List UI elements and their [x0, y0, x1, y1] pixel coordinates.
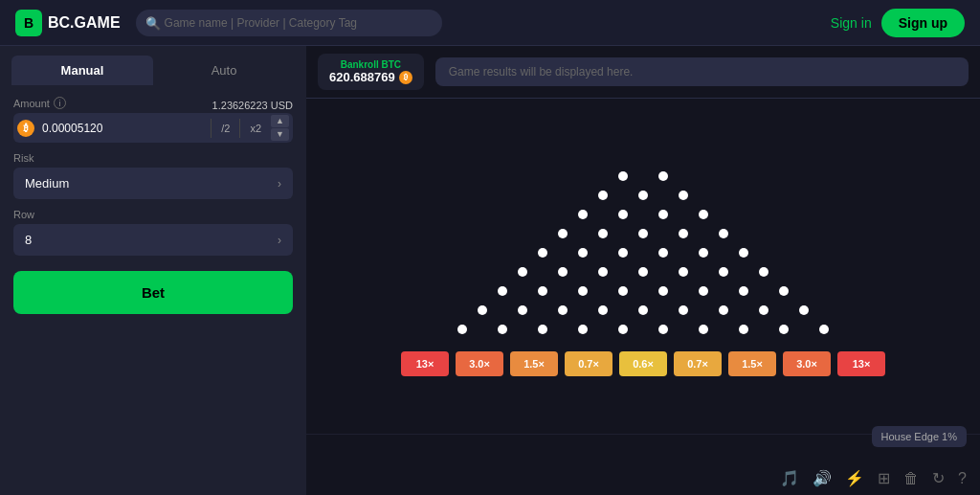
search-input[interactable] [136, 10, 442, 36]
refresh-icon[interactable]: ↻ [932, 469, 945, 487]
peg [638, 229, 648, 238]
peg-row [543, 223, 744, 244]
peg-row [462, 300, 824, 321]
header: B BC.GAME 🔍 Sign in Sign up [0, 0, 980, 46]
header-right: Sign in Sign up [831, 9, 965, 37]
grid-icon[interactable]: ⊞ [878, 469, 890, 487]
chevron-icon: › [278, 177, 281, 191]
signin-button[interactable]: Sign in [831, 15, 872, 31]
tab-manual[interactable]: Manual [11, 56, 153, 85]
peg [578, 286, 588, 296]
peg [658, 210, 668, 219]
peg [558, 229, 568, 238]
peg [759, 305, 768, 315]
logo: B BC.GAME [15, 10, 121, 36]
lightning-icon[interactable]: ⚡ [845, 469, 864, 487]
tab-auto[interactable]: Auto [153, 56, 295, 85]
bucket[interactable]: 0.7× [674, 351, 722, 376]
plinko-container: 13×3.0×1.5×0.7×0.6×0.7×1.5×3.0×13× [306, 99, 980, 434]
signup-button[interactable]: Sign up [881, 9, 965, 37]
peg [558, 305, 568, 315]
bankroll-coin-icon: ₿ [399, 71, 412, 84]
stepper-up[interactable]: ▲ [271, 115, 289, 127]
divide-btn[interactable]: /2 [215, 119, 235, 138]
peg [699, 325, 708, 334]
divider [211, 119, 212, 138]
game-area: Bankroll BTC 620.688769 ₿ Game results w… [306, 46, 980, 495]
row-select[interactable]: 8 › [13, 224, 293, 256]
amount-section: Amount i 1.23626223 USD ₿ /2 x2 ▲ ▼ [13, 97, 293, 143]
logo-icon: B [15, 10, 42, 36]
multiply-btn[interactable]: x2 [244, 119, 267, 138]
peg [779, 325, 789, 334]
peg-row [603, 166, 683, 187]
logo-text: BC.GAME [48, 14, 121, 32]
peg [658, 248, 668, 258]
trash-icon[interactable]: 🗑 [903, 470, 919, 487]
peg [739, 286, 748, 296]
bucket[interactable]: 0.7× [565, 351, 612, 376]
peg [679, 305, 688, 315]
peg [679, 229, 688, 238]
music-icon[interactable]: 🎵 [780, 469, 799, 487]
peg [598, 267, 608, 277]
amount-input[interactable] [38, 116, 207, 141]
peg [719, 267, 728, 277]
peg [618, 248, 628, 258]
risk-label: Risk [13, 152, 293, 164]
bucket[interactable]: 1.5× [728, 351, 776, 376]
peg [679, 191, 688, 200]
peg-row [502, 261, 784, 282]
risk-select[interactable]: Medium › [13, 168, 293, 199]
peg [739, 325, 748, 334]
help-icon[interactable]: ? [958, 470, 967, 487]
stepper-down[interactable]: ▼ [271, 128, 289, 141]
bet-button[interactable]: Bet [13, 271, 293, 314]
peg [719, 305, 728, 315]
left-panel: Manual Auto Amount i 1.23626223 USD ₿ /2 [0, 46, 306, 495]
peg [618, 325, 628, 334]
peg [658, 171, 668, 181]
peg-row [563, 204, 724, 225]
peg [598, 305, 608, 315]
peg [578, 248, 588, 258]
panel-body: Amount i 1.23626223 USD ₿ /2 x2 ▲ ▼ [0, 85, 306, 326]
stepper: ▲ ▼ [271, 115, 289, 141]
peg [518, 305, 527, 315]
amount-info-icon[interactable]: i [54, 97, 66, 109]
bucket[interactable]: 3.0× [456, 351, 503, 376]
peg [699, 248, 708, 258]
bankroll-label: Bankroll BTC [329, 59, 412, 70]
footer-icons: 🎵 🔊 ⚡ ⊞ 🗑 ↻ ? [780, 469, 967, 487]
peg [618, 171, 628, 181]
bucket[interactable]: 13× [837, 351, 885, 376]
row-chevron-icon: › [278, 234, 281, 247]
bucket[interactable]: 3.0× [783, 351, 831, 376]
peg-row [482, 281, 804, 302]
peg [638, 267, 648, 277]
bankroll-value: 620.688769 ₿ [329, 70, 412, 84]
row-section: Row 8 › [13, 209, 293, 256]
peg [538, 248, 547, 258]
volume-icon[interactable]: 🔊 [813, 469, 832, 487]
results-bar: Game results will be displayed here. [435, 57, 969, 86]
bankroll-box: Bankroll BTC 620.688769 ₿ [318, 54, 424, 90]
game-header: Bankroll BTC 620.688769 ₿ Game results w… [306, 46, 980, 99]
peg [679, 267, 688, 277]
search-icon: 🔍 [145, 15, 161, 30]
amount-input-group: ₿ /2 x2 ▲ ▼ [13, 113, 293, 143]
bucket[interactable]: 0.6× [619, 351, 667, 376]
peg [638, 305, 648, 315]
row-value: 8 [25, 233, 32, 247]
peg [638, 191, 648, 200]
peg [799, 305, 809, 315]
bucket[interactable]: 1.5× [510, 351, 558, 376]
peg [779, 286, 789, 296]
bucket[interactable]: 13× [401, 351, 449, 376]
peg [457, 325, 467, 334]
peg [759, 267, 768, 277]
btc-icon: ₿ [17, 120, 34, 137]
peg [498, 286, 507, 296]
peg [739, 248, 748, 258]
peg [819, 325, 829, 334]
